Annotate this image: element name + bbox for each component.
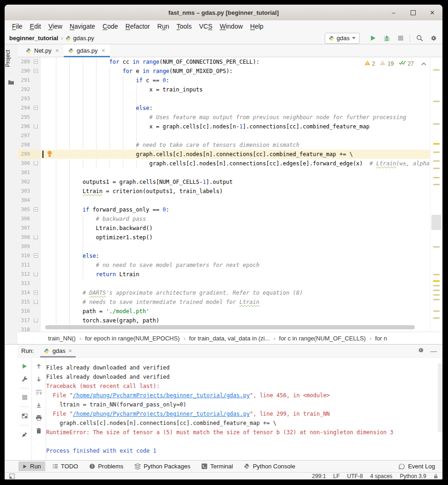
- breadcrumb-file[interactable]: gdas.py: [73, 35, 94, 42]
- menu-edit[interactable]: Edit: [26, 22, 45, 31]
- intention-bulb-icon[interactable]: [47, 151, 52, 160]
- stripe-mark[interactable]: [433, 280, 440, 282]
- code-line[interactable]: 312 return Ltrain: [18, 270, 430, 279]
- toolwindow-python-console[interactable]: Python Console: [240, 461, 299, 471]
- search-everywhere-icon[interactable]: [415, 34, 424, 43]
- stripe-mark[interactable]: [433, 310, 440, 312]
- code-line[interactable]: 306 # backward pass: [18, 214, 430, 224]
- code-line[interactable]: 307 Ltrain.backward(): [18, 224, 430, 233]
- code-line[interactable]: 308 optimizer1.step(): [18, 233, 430, 242]
- stripe-mark[interactable]: [433, 290, 440, 291]
- code-line[interactable]: 294 else:: [18, 103, 430, 113]
- toolwindow-todo[interactable]: TODO: [48, 461, 82, 471]
- tab-gdas-py[interactable]: gdas.py ✕: [64, 44, 110, 57]
- restore-layout-icon[interactable]: [19, 411, 30, 421]
- fold-collapse-icon[interactable]: [34, 106, 38, 110]
- stripe-mark[interactable]: [433, 184, 440, 185]
- toolwindow-problems[interactable]: Problems: [85, 461, 127, 471]
- menu-run[interactable]: Run: [154, 22, 173, 31]
- run-tab-gdas[interactable]: gdas ✕: [40, 345, 76, 358]
- menu-code[interactable]: Code: [99, 22, 121, 31]
- stop-button[interactable]: [396, 34, 405, 43]
- fold-end-icon[interactable]: [34, 272, 38, 276]
- stripe-mark[interactable]: [433, 143, 440, 145]
- clear-all-trash-icon[interactable]: [34, 426, 44, 436]
- horizontal-scrollbar[interactable]: [45, 325, 415, 329]
- menu-vcs[interactable]: VCS: [195, 22, 216, 31]
- fold-collapse-icon[interactable]: [34, 69, 38, 73]
- fold-end-icon[interactable]: [34, 124, 38, 128]
- file-encoding[interactable]: UTF-8: [347, 473, 363, 479]
- code-line[interactable]: 316 path = './model.pth': [18, 307, 430, 316]
- code-line[interactable]: 292 x = train_inputs: [18, 85, 430, 94]
- code-line[interactable]: 303 Ltrain = criterion(outputs1, train_l…: [18, 187, 430, 196]
- settings-gear-icon[interactable]: [429, 34, 438, 43]
- run-button[interactable]: [368, 34, 377, 43]
- toolwindow-event-log[interactable]: Event Log: [399, 463, 435, 470]
- close-icon[interactable]: ✕: [68, 348, 72, 353]
- code-line[interactable]: 309: [18, 242, 430, 251]
- code-line[interactable]: 296 x = graph.cells[c].nodes[n-1].connec…: [18, 122, 430, 131]
- menu-file[interactable]: File: [8, 22, 26, 31]
- code-line[interactable]: 299 graph.cells[c].nodes[n].connections[…: [18, 150, 430, 159]
- scroll-to-end-icon[interactable]: [34, 400, 44, 410]
- close-icon[interactable]: ✕: [55, 48, 59, 53]
- code-line[interactable]: 310 else:: [18, 251, 430, 261]
- breadcrumb-item[interactable]: for train_data, val_data in (zi...: [189, 335, 270, 342]
- menu-help[interactable]: Help: [247, 22, 267, 31]
- toolwindow-python-packages[interactable]: Python Packages: [130, 461, 194, 471]
- toolwindow-run[interactable]: Run: [18, 461, 45, 471]
- console-scrollbar[interactable]: [438, 363, 442, 432]
- code-line[interactable]: 291 if c == 0:: [18, 76, 430, 85]
- soft-wrap-icon[interactable]: [34, 387, 44, 397]
- caret-position[interactable]: 299:1: [312, 473, 326, 479]
- code-line[interactable]: 290 for e in range(NUM_OF_MIXED_OPS):: [18, 67, 430, 76]
- hide-panel-icon[interactable]: —: [430, 347, 437, 355]
- breadcrumb-item[interactable]: for n: [375, 335, 387, 342]
- minimize-button[interactable]: –: [390, 9, 397, 16]
- stripe-mark[interactable]: [433, 152, 440, 153]
- stripe-mark[interactable]: [433, 274, 440, 275]
- lock-icon[interactable]: [434, 473, 438, 479]
- code-line[interactable]: 302 outputs1 = graph.cells[NUM_OF_CELLS-…: [18, 177, 430, 187]
- menu-refactor[interactable]: Refactor: [122, 22, 154, 31]
- fold-end-icon[interactable]: [34, 161, 38, 165]
- run-configuration-select[interactable]: gdas: [325, 33, 360, 44]
- code-line[interactable]: 300 graph.cells[c].nodes[n].connections[…: [18, 159, 430, 168]
- run-console-output[interactable]: Files already downloaded and verifiedFil…: [46, 358, 437, 461]
- fold-end-icon[interactable]: [34, 318, 38, 322]
- stripe-mark[interactable]: [433, 123, 440, 125]
- code-line[interactable]: 297: [18, 131, 430, 140]
- code-line[interactable]: 313: [18, 279, 430, 288]
- stripe-mark[interactable]: [433, 177, 440, 178]
- file-link[interactable]: /home/phung/PycharmProjects/beginner_tut…: [73, 392, 250, 399]
- stripe-mark[interactable]: [433, 101, 440, 102]
- code-line[interactable]: 298 # need to take care of tensors dimen…: [18, 140, 430, 150]
- menu-window[interactable]: Window: [216, 22, 247, 31]
- tab-net-py[interactable]: Net.py ✕: [21, 44, 64, 57]
- indent-setting[interactable]: 4 spaces: [370, 473, 393, 479]
- maximize-button[interactable]: [409, 9, 417, 16]
- interpreter[interactable]: Python 3.9: [400, 473, 426, 479]
- menu-navigate[interactable]: Navigate: [66, 22, 99, 31]
- sidebar-item-project[interactable]: Project: [5, 50, 18, 67]
- breadcrumb-item[interactable]: for c in range(NUM_OF_CELLS): [279, 335, 366, 342]
- run-settings-gear-icon[interactable]: [418, 347, 424, 355]
- stripe-mark[interactable]: [433, 285, 440, 286]
- debug-button[interactable]: [382, 34, 391, 43]
- rerun-button[interactable]: [19, 361, 30, 371]
- stripe-mark[interactable]: [433, 294, 440, 296]
- code-line[interactable]: 305 if forward_pass_only == 0:: [18, 205, 430, 214]
- code-editor[interactable]: 289 for cc in range(NUM_OF_CONNECTIONS_P…: [18, 57, 442, 332]
- code-line[interactable]: 295 # Uses feature map output from previ…: [18, 113, 430, 122]
- vertical-scrollbar-thumb[interactable]: [431, 215, 442, 230]
- stripe-mark[interactable]: [433, 299, 440, 300]
- fold-end-icon[interactable]: [34, 300, 38, 304]
- code-line[interactable]: 315 # needs to save intermediate trained…: [18, 297, 430, 307]
- close-icon[interactable]: ✕: [102, 48, 105, 53]
- edit-configuration-wrench-icon[interactable]: [19, 374, 30, 384]
- stripe-mark[interactable]: [433, 160, 440, 162]
- toolwindow-terminal[interactable]: Terminal: [197, 461, 237, 471]
- up-stack-trace-icon[interactable]: [34, 361, 44, 371]
- stripe-mark[interactable]: [433, 246, 440, 248]
